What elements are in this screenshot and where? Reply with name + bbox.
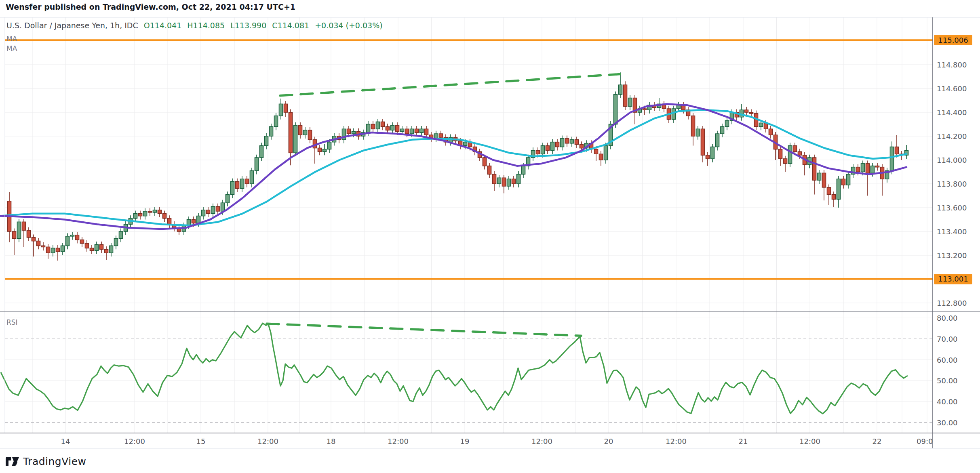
candle-body[interactable] [522,166,525,174]
candle-body[interactable] [502,178,506,186]
candle-body[interactable] [813,158,816,180]
candle-body[interactable] [163,214,166,219]
candle-body[interactable] [226,195,230,203]
time-axis-tick[interactable]: 12:00 [388,437,409,446]
candle-body[interactable] [565,139,569,143]
candle-body[interactable] [240,179,244,189]
price-axis-tick[interactable]: 113.400 [937,227,967,236]
candle-body[interactable] [691,116,695,136]
candle-body[interactable] [517,174,521,184]
rsi-axis-tick[interactable]: 80.00 [937,314,958,322]
time-axis-tick[interactable]: 12:00 [257,437,278,446]
candle-body[interactable] [677,105,681,109]
candle-body[interactable] [861,164,865,172]
candle-body[interactable] [260,146,263,158]
candle-body[interactable] [759,123,763,127]
price-axis-tick[interactable]: 114.800 [937,61,967,69]
candle-body[interactable] [61,246,65,252]
price-level-chip[interactable]: 115.006 [934,35,972,45]
price-axis-tick[interactable]: 113.200 [937,251,967,260]
candle-body[interactable] [294,125,297,153]
candle-body[interactable] [619,85,622,95]
candle-body[interactable] [721,126,724,134]
candle-body[interactable] [425,129,428,135]
candle-body[interactable] [866,164,870,173]
candle-body[interactable] [85,244,89,248]
time-axis-tick[interactable]: 14 [61,437,70,446]
candle-body[interactable] [594,149,598,154]
candle-body[interactable] [628,98,632,107]
candle-body[interactable] [202,210,205,216]
candle-body[interactable] [66,236,70,246]
candle-body[interactable] [706,155,710,159]
candle-body[interactable] [284,104,288,112]
candle-body[interactable] [71,235,74,236]
candle-body[interactable] [497,178,501,184]
candle-body[interactable] [352,131,356,134]
candle-body[interactable] [575,140,579,145]
candle-body[interactable] [207,210,210,214]
candle-body[interactable] [784,159,787,164]
candle-body[interactable] [788,146,792,164]
candle-body[interactable] [672,109,676,120]
candle-body[interactable] [391,125,394,130]
rsi-axis-tick[interactable]: 30.00 [937,418,958,427]
candle-body[interactable] [134,214,137,219]
candle-body[interactable] [769,129,773,135]
candle-body[interactable] [614,95,618,124]
candle-body[interactable] [211,206,215,214]
time-axis-tick[interactable]: 12:00 [124,437,145,446]
candle-body[interactable] [328,142,331,149]
candle-body[interactable] [507,179,511,186]
ma-fast-line[interactable] [0,104,906,229]
candle-body[interactable] [148,211,152,212]
price-level-chip[interactable]: 113.001 [934,274,972,284]
candle-body[interactable] [119,231,123,239]
candle-body[interactable] [818,173,821,180]
candle-body[interactable] [76,235,79,240]
candle-body[interactable] [604,146,608,160]
candle-body[interactable] [22,222,26,230]
time-axis[interactable]: 1412:001512:001812:001912:002012:002112:… [0,433,933,449]
candle-body[interactable] [100,244,103,249]
candle-body[interactable] [17,222,21,238]
candle-body[interactable] [153,210,157,212]
candle-body[interactable] [245,179,249,184]
candle-body[interactable] [192,220,196,223]
candle-body[interactable] [105,249,108,253]
rsi-axis-tick[interactable]: 70.00 [937,335,958,343]
candle-body[interactable] [512,179,516,184]
candle-body[interactable] [822,173,826,187]
price-axis-tick[interactable]: 113.600 [937,204,967,212]
candle-body[interactable] [110,246,113,253]
candle-body[interactable] [347,129,351,134]
candle-body[interactable] [725,121,729,127]
candle-body[interactable] [420,129,424,132]
candle-body[interactable] [546,146,550,151]
price-axis-tick[interactable]: 112.800 [937,299,967,307]
price-axis-tick[interactable]: 114.000 [937,156,967,164]
chart-canvas[interactable] [0,0,980,473]
candle-body[interactable] [27,230,31,238]
candle-body[interactable] [386,126,390,130]
candle-body[interactable] [798,151,802,155]
price-axis-tick[interactable]: 114.600 [937,84,967,93]
time-axis-tick[interactable]: 20 [604,437,613,446]
candle-body[interactable] [308,130,312,140]
candle-body[interactable] [299,125,302,135]
symbol-legend[interactable]: U.S. Dollar / Japanese Yen, 1h, IDC O114… [6,21,383,30]
candle-body[interactable] [216,206,220,211]
candle-body[interactable] [580,145,584,148]
candle-body[interactable] [701,129,705,155]
candle-body[interactable] [876,166,879,167]
candle-body[interactable] [274,116,278,127]
candle-body[interactable] [842,179,845,185]
candle-body[interactable] [381,122,385,127]
candle-body[interactable] [367,124,370,133]
candle-body[interactable] [624,85,627,106]
candle-body[interactable] [303,130,307,135]
candle-body[interactable] [439,134,443,137]
candle-body[interactable] [236,181,239,189]
candle-body[interactable] [158,210,162,214]
candle-body[interactable] [51,248,55,253]
